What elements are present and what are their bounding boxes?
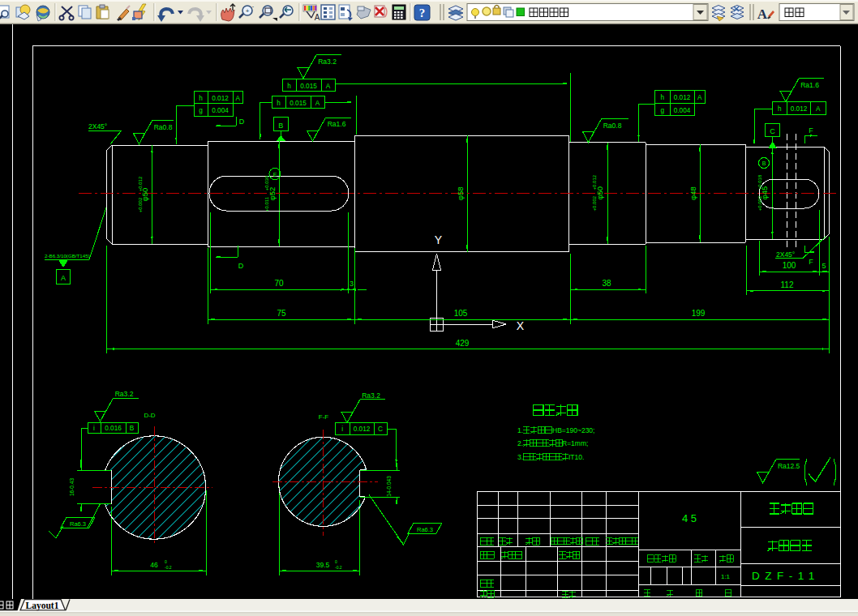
svg-text:2.: 2. xyxy=(517,439,523,447)
svg-text:A: A xyxy=(235,95,240,102)
svg-text:g: g xyxy=(661,107,665,114)
svg-text:h: h xyxy=(778,105,782,113)
svg-text:Ra1.6: Ra1.6 xyxy=(328,120,346,128)
svg-text:3.: 3. xyxy=(517,453,523,461)
svg-text:Ra3.2: Ra3.2 xyxy=(115,390,134,398)
svg-text:X: X xyxy=(517,319,525,332)
svg-text:1:1: 1:1 xyxy=(721,573,731,580)
svg-text:i: i xyxy=(93,425,95,432)
svg-text:39.5: 39.5 xyxy=(316,561,330,569)
svg-text:2-B6.3/10(GB/T145): 2-B6.3/10(GB/T145) xyxy=(45,253,90,259)
svg-text:A: A xyxy=(315,13,320,22)
svg-text:F: F xyxy=(809,126,813,135)
svg-text:Ra1.6: Ra1.6 xyxy=(800,81,819,89)
svg-text:A: A xyxy=(315,100,320,107)
svg-text:i: i xyxy=(341,426,343,433)
svg-text:B: B xyxy=(762,160,766,166)
svg-text:5: 5 xyxy=(822,262,826,270)
svg-text:429: 429 xyxy=(456,339,470,348)
svg-text:0.012: 0.012 xyxy=(354,426,371,433)
svg-text:2X45°: 2X45° xyxy=(776,250,795,259)
svg-text:0.016: 0.016 xyxy=(105,425,122,432)
svg-text:70: 70 xyxy=(274,279,284,288)
svg-text:75: 75 xyxy=(277,309,286,318)
svg-text:Ra6.3: Ra6.3 xyxy=(70,520,86,528)
svg-text:E: E xyxy=(273,172,277,178)
svg-text:h: h xyxy=(661,94,665,101)
svg-text:+: + xyxy=(246,7,250,15)
svg-text:h: h xyxy=(287,83,291,90)
svg-text:A: A xyxy=(757,6,768,22)
svg-text:199: 199 xyxy=(692,309,706,318)
svg-text:Ra3.2: Ra3.2 xyxy=(318,58,337,66)
svg-text:D: D xyxy=(239,118,245,126)
svg-text:Ra12.5: Ra12.5 xyxy=(778,462,800,470)
svg-text:Ra3.2: Ra3.2 xyxy=(362,391,380,400)
svg-text:B: B xyxy=(278,122,283,130)
svg-text:F: F xyxy=(809,258,813,266)
svg-text:A: A xyxy=(697,94,702,101)
svg-text:φ58: φ58 xyxy=(456,186,465,200)
svg-text:1.: 1. xyxy=(517,426,523,434)
svg-text:0: 0 xyxy=(165,559,167,564)
svg-text:B: B xyxy=(130,425,135,432)
svg-text:-0.2: -0.2 xyxy=(335,565,342,570)
svg-text:0.015: 0.015 xyxy=(290,100,307,107)
svg-text:DZF-11: DZF-11 xyxy=(752,570,820,582)
svg-text:100: 100 xyxy=(783,261,796,270)
svg-text:A: A xyxy=(61,274,66,282)
svg-text:Ra0.8: Ra0.8 xyxy=(603,122,622,130)
svg-text:4 5: 4 5 xyxy=(682,512,697,524)
svg-text:C: C xyxy=(770,127,775,135)
svg-text:F-F: F-F xyxy=(319,413,329,421)
svg-text:+0.011: +0.011 xyxy=(264,196,269,212)
svg-text:+0.030: +0.030 xyxy=(264,175,269,190)
svg-text:Y: Y xyxy=(435,233,443,246)
svg-text:0.004: 0.004 xyxy=(674,107,691,114)
svg-text:46: 46 xyxy=(150,561,158,569)
svg-text:3: 3 xyxy=(350,280,354,288)
svg-text:A: A xyxy=(816,105,821,113)
svg-text:φ48: φ48 xyxy=(689,186,697,200)
svg-text:+0.002: +0.002 xyxy=(757,195,762,211)
svg-text:+0.002: +0.002 xyxy=(138,197,143,212)
svg-text:0.015: 0.015 xyxy=(300,83,317,90)
svg-text:?: ? xyxy=(419,6,426,19)
svg-text:HB=190~230;: HB=190~230; xyxy=(552,426,594,434)
svg-text:0.012: 0.012 xyxy=(674,94,691,101)
svg-text:Ra6.3: Ra6.3 xyxy=(417,526,433,533)
svg-text:IT10.: IT10. xyxy=(568,453,584,461)
svg-text:112: 112 xyxy=(781,280,794,289)
svg-text:0.012: 0.012 xyxy=(212,95,229,102)
svg-text:+0.002: +0.002 xyxy=(593,195,598,211)
svg-text:16-0.43: 16-0.43 xyxy=(69,478,75,496)
svg-text:Layout1: Layout1 xyxy=(26,601,59,611)
svg-text:h: h xyxy=(277,100,281,107)
svg-text:g: g xyxy=(199,107,203,114)
svg-text:C: C xyxy=(378,426,383,433)
svg-text:D-D: D-D xyxy=(144,412,155,419)
svg-text:2X45°: 2X45° xyxy=(88,122,107,130)
svg-text:A: A xyxy=(326,83,331,90)
svg-text:+0.018: +0.018 xyxy=(757,174,762,190)
svg-text:-0.2: -0.2 xyxy=(165,565,172,570)
svg-text:R=1mm;: R=1mm; xyxy=(562,439,588,447)
svg-text:Ra0.8: Ra0.8 xyxy=(154,123,173,131)
svg-text:0.012: 0.012 xyxy=(791,105,808,113)
svg-text:105: 105 xyxy=(454,309,468,318)
svg-text:14-0.043: 14-0.043 xyxy=(386,476,392,497)
svg-text:+0.012: +0.012 xyxy=(138,176,143,191)
svg-text:0: 0 xyxy=(335,559,337,564)
svg-text:h: h xyxy=(199,95,203,102)
svg-text:38: 38 xyxy=(602,279,611,288)
svg-text:+0.012: +0.012 xyxy=(593,174,598,190)
svg-text:D: D xyxy=(238,262,244,270)
svg-text:0.004: 0.004 xyxy=(212,107,229,114)
